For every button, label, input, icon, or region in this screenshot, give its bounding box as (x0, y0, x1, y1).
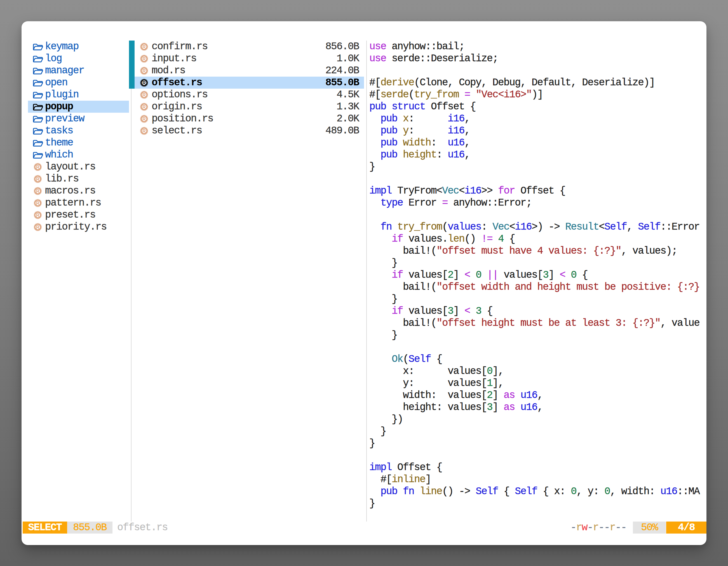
svg-text:R: R (36, 213, 39, 218)
svg-text:R: R (142, 128, 146, 133)
svg-text:R: R (142, 68, 146, 73)
svg-text:R: R (36, 165, 39, 170)
svg-text:R: R (142, 104, 146, 109)
svg-text:R: R (142, 116, 146, 121)
svg-text:R: R (36, 177, 39, 182)
svg-text:R: R (142, 80, 146, 85)
svg-text:R: R (142, 44, 146, 49)
svg-text:R: R (36, 225, 39, 230)
svg-text:R: R (142, 56, 146, 61)
svg-text:R: R (142, 92, 146, 97)
svg-text:R: R (36, 201, 39, 206)
svg-text:R: R (36, 189, 39, 194)
